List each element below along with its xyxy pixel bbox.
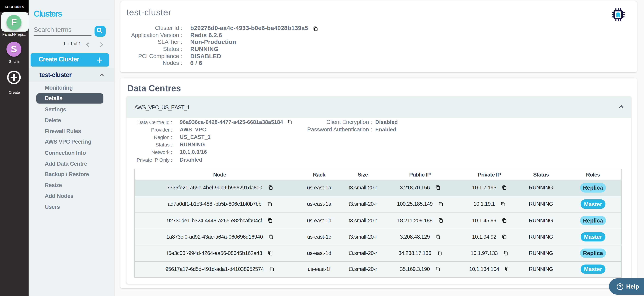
svg-text:?: ?: [619, 284, 622, 289]
